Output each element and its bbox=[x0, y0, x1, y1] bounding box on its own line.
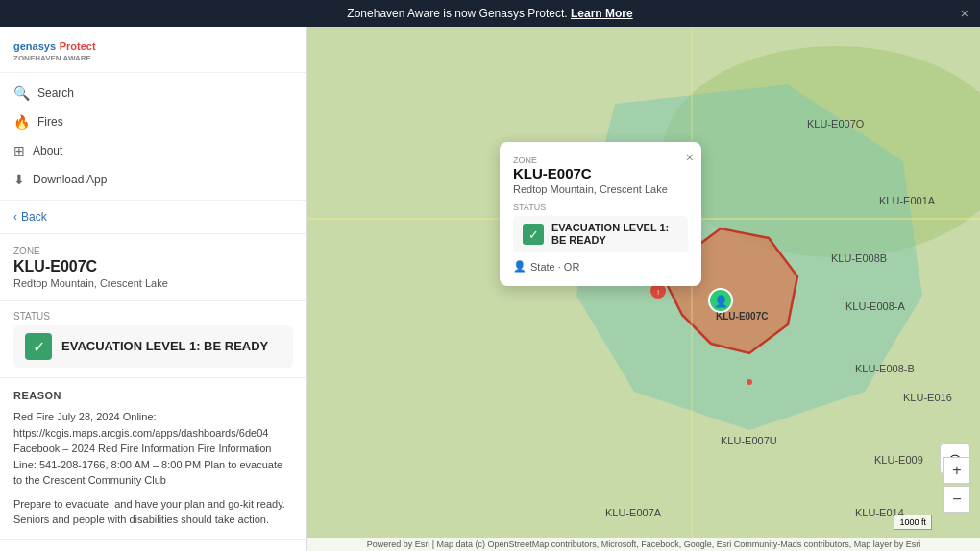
svg-text:👤: 👤 bbox=[714, 294, 728, 308]
popup-zone-sub: Redtop Mountain, Crescent Lake bbox=[513, 183, 688, 195]
svg-text:KLU-E009: KLU-E009 bbox=[874, 454, 923, 466]
map-attribution: Powered by Esri | Map data (c) OpenStree… bbox=[307, 538, 980, 551]
search-icon: 🔍 bbox=[13, 85, 30, 101]
back-button[interactable]: ‹ Back bbox=[0, 201, 306, 234]
status-text: EVACUATION LEVEL 1: BE READY bbox=[61, 339, 268, 354]
logo-bar: genasys Protect ZONEHAVEN AWARE bbox=[0, 27, 306, 73]
svg-text:KLU-E007A: KLU-E007A bbox=[605, 507, 662, 518]
critical-notifications-section: 🔔 CRITICAL NOTIFICATIONS Never miss an a… bbox=[0, 540, 306, 552]
svg-text:KLU-E008-B: KLU-E008-B bbox=[855, 363, 915, 374]
status-section: Status ✓ EVACUATION LEVEL 1: BE READY bbox=[0, 301, 306, 378]
back-label: Back bbox=[21, 210, 47, 224]
map-popup: × Zone KLU-E007C Redtop Mountain, Cresce… bbox=[500, 142, 701, 286]
popup-status-box: ✓ EVACUATION LEVEL 1: BE READY bbox=[513, 216, 688, 252]
state-icon: 👤 bbox=[513, 260, 527, 273]
zone-sub: Redtop Mountain, Crescent Lake bbox=[13, 277, 293, 289]
map-scale-bar: 1000 ft bbox=[894, 515, 932, 530]
svg-text:KLU-E007U: KLU-E007U bbox=[721, 435, 777, 446]
banner-text: Zonehaven Aware is now Genasys Protect. bbox=[347, 7, 567, 20]
popup-state-text: State · OR bbox=[530, 261, 579, 273]
popup-close-button[interactable]: × bbox=[686, 150, 694, 165]
sidebar-navigation: 🔍 Search 🔥 Fires ⊞ About ⬇ Download App bbox=[0, 73, 306, 201]
svg-text:!: ! bbox=[657, 288, 659, 297]
svg-text:KLU-E007O: KLU-E007O bbox=[807, 118, 865, 130]
banner-close-button[interactable]: × bbox=[961, 6, 968, 21]
map-zoom-controls: + − bbox=[943, 457, 970, 513]
svg-text:KLU-E008-A: KLU-E008-A bbox=[845, 300, 905, 312]
zoom-out-button[interactable]: − bbox=[943, 486, 970, 513]
zone-section: Zone KLU-E007C Redtop Mountain, Crescent… bbox=[0, 234, 306, 301]
popup-zone-label: Zone bbox=[513, 156, 688, 165]
about-icon: ⊞ bbox=[13, 143, 25, 158]
sidebar: genasys Protect ZONEHAVEN AWARE 🔍 Search… bbox=[0, 27, 307, 551]
sidebar-label-fires: Fires bbox=[37, 115, 63, 129]
svg-point-23 bbox=[747, 379, 752, 385]
map-area[interactable]: KLU-E007O KLU-E001A KLU-E007I KLU-E008B … bbox=[307, 27, 980, 551]
zone-label: Zone bbox=[13, 246, 293, 256]
download-icon: ⬇ bbox=[13, 172, 25, 187]
zoom-in-button[interactable]: + bbox=[943, 457, 970, 484]
map-svg: KLU-E007O KLU-E001A KLU-E007I KLU-E008B … bbox=[307, 27, 980, 551]
svg-text:KLU-E007C: KLU-E007C bbox=[716, 311, 768, 322]
announcement-banner: Zonehaven Aware is now Genasys Protect. … bbox=[0, 0, 980, 27]
svg-text:KLU-E001A: KLU-E001A bbox=[879, 195, 936, 206]
reason-paragraph-2: Prepare to evacuate, and have your plan … bbox=[13, 496, 293, 528]
popup-state: 👤 State · OR bbox=[513, 260, 688, 273]
brand-name: genasys bbox=[13, 40, 56, 52]
reason-heading: REASON bbox=[13, 390, 293, 401]
sidebar-label-about: About bbox=[33, 144, 62, 157]
back-chevron-icon: ‹ bbox=[13, 210, 17, 224]
popup-status-label: Status bbox=[513, 203, 688, 212]
logo-sub: ZONEHAVEN AWARE bbox=[13, 54, 96, 62]
sidebar-label-download: Download App bbox=[33, 173, 107, 186]
status-box: ✓ EVACUATION LEVEL 1: BE READY bbox=[13, 325, 293, 368]
popup-zone-name: KLU-E007C bbox=[513, 165, 688, 181]
reason-section: REASON Red Fire July 28, 2024 Online: ht… bbox=[0, 378, 306, 540]
sidebar-item-about[interactable]: ⊞ About bbox=[0, 136, 306, 165]
status-check-icon: ✓ bbox=[25, 333, 52, 360]
sidebar-item-download-app[interactable]: ⬇ Download App bbox=[0, 165, 306, 194]
sidebar-item-fires[interactable]: 🔥 Fires bbox=[0, 108, 306, 136]
zone-name: KLU-E007C bbox=[13, 258, 293, 276]
popup-status-text: EVACUATION LEVEL 1: BE READY bbox=[551, 222, 678, 247]
fire-icon: 🔥 bbox=[13, 114, 30, 130]
popup-check-icon: ✓ bbox=[523, 224, 544, 245]
reason-paragraph-1: Red Fire July 28, 2024 Online: https://k… bbox=[13, 409, 293, 489]
sidebar-label-search: Search bbox=[37, 86, 74, 100]
status-label: Status bbox=[13, 311, 293, 322]
svg-text:KLU-E016: KLU-E016 bbox=[903, 392, 952, 403]
logo-brand: genasys Protect ZONEHAVEN AWARE bbox=[13, 38, 96, 62]
svg-text:KLU-E008B: KLU-E008B bbox=[831, 252, 887, 264]
sidebar-item-search[interactable]: 🔍 Search bbox=[0, 79, 306, 108]
product-name: Protect bbox=[60, 40, 96, 52]
banner-link[interactable]: Learn More bbox=[571, 7, 633, 20]
